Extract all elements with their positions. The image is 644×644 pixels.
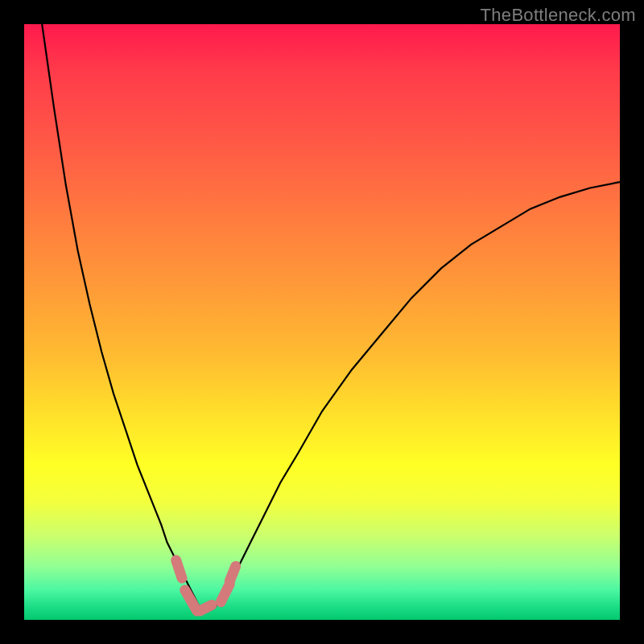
attribution-text: TheBottleneck.com xyxy=(481,5,636,26)
chart-curve xyxy=(42,24,620,611)
chart-svg xyxy=(24,24,620,620)
accent-segments xyxy=(176,560,236,611)
accent-segment xyxy=(176,560,182,578)
accent-segment xyxy=(221,584,229,602)
frame: TheBottleneck.com xyxy=(0,0,644,644)
accent-segment xyxy=(229,566,235,581)
accent-segment xyxy=(185,590,197,611)
accent-segment xyxy=(200,605,212,611)
